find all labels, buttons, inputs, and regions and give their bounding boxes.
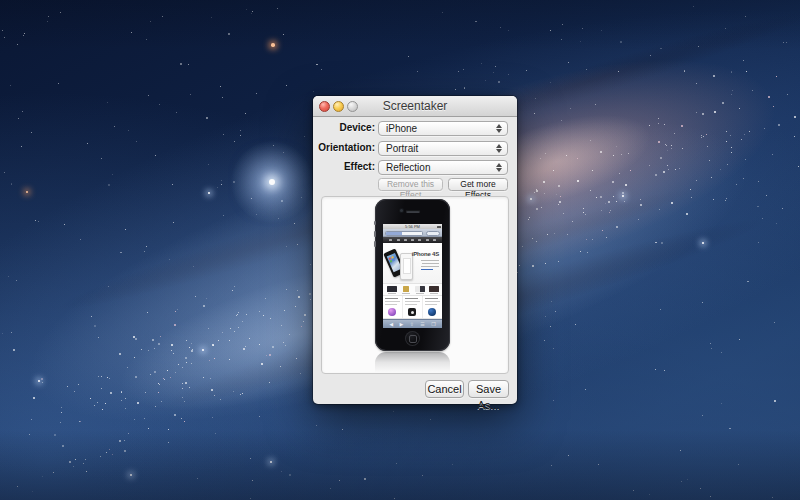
itunes-icon	[388, 308, 396, 316]
safari-toolbar: ◀ ▶ ⇧ ☰ ❐	[383, 319, 442, 328]
hero-text-line	[421, 260, 439, 261]
mute-switch	[374, 221, 376, 225]
hero-text-line	[421, 266, 439, 267]
earpiece-speaker	[406, 210, 420, 213]
hero-section: iPhone 4S	[383, 243, 442, 284]
front-camera	[400, 209, 403, 212]
phone-reflection	[375, 352, 450, 374]
window-title: Screentaker	[313, 96, 517, 117]
effect-label: Effect:	[313, 160, 375, 174]
iphone-preview: 5:56 PM iPhone 4	[375, 199, 450, 351]
remove-effect-button[interactable]: Remove this Effect	[378, 178, 443, 191]
device-label: Device:	[313, 121, 375, 135]
volume-down-button	[374, 241, 376, 247]
back-icon: ◀	[389, 320, 393, 329]
hero-link-line	[421, 269, 433, 270]
promo-columns	[383, 296, 442, 319]
home-button	[405, 331, 420, 346]
popup-arrows-icon	[496, 144, 503, 153]
hero-text-line	[422, 263, 439, 264]
screentaker-window: Screentaker Device: iPhone Orientation: …	[313, 96, 517, 404]
address-field	[385, 231, 423, 236]
product-row	[383, 284, 442, 296]
support-icon	[428, 308, 436, 316]
popup-arrows-icon	[496, 163, 503, 172]
volume-up-button	[374, 231, 376, 237]
effect-value: Reflection	[386, 162, 430, 173]
preview-area: 5:56 PM iPhone 4	[321, 196, 509, 374]
orientation-label: Orientation:	[313, 141, 375, 155]
desktop: Screentaker Device: iPhone Orientation: …	[0, 0, 800, 500]
orientation-dropdown[interactable]: Portrait	[378, 141, 508, 156]
window-titlebar[interactable]: Screentaker	[313, 96, 517, 117]
search-field	[426, 231, 440, 236]
save-as-button[interactable]: Save As...	[468, 380, 509, 398]
bookmarks-icon: ☰	[420, 320, 424, 329]
popup-arrows-icon	[496, 124, 503, 133]
get-more-effects-button[interactable]: Get more Effects	[448, 178, 508, 191]
battery-icon	[437, 226, 441, 228]
device-value: iPhone	[386, 123, 417, 134]
forward-icon: ▶	[400, 320, 404, 329]
pages-icon: ❐	[431, 320, 435, 329]
app-store-icon	[408, 308, 416, 316]
page-heading: iPhone 4S	[412, 251, 439, 257]
safari-url-bar	[383, 229, 442, 237]
effect-dropdown[interactable]: Reflection	[378, 160, 508, 175]
white-iphone-image	[400, 253, 413, 280]
share-icon: ⇧	[410, 320, 414, 329]
cancel-button[interactable]: Cancel	[425, 380, 464, 398]
iphone-screen: 5:56 PM iPhone 4	[383, 224, 442, 328]
device-dropdown[interactable]: iPhone	[378, 121, 508, 136]
orientation-value: Portrait	[386, 143, 418, 154]
